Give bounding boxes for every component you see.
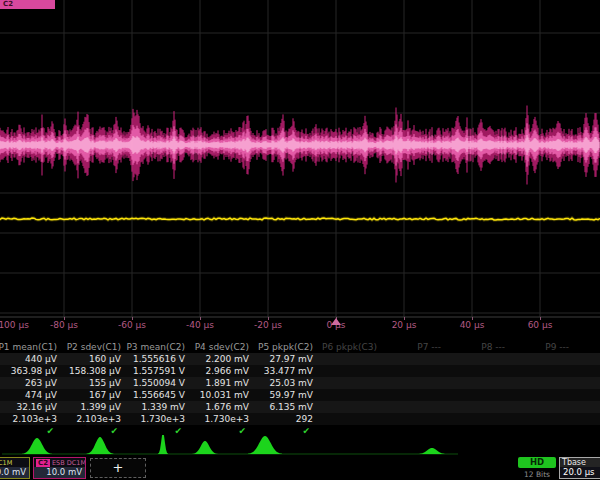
measurement-cell [382, 401, 446, 413]
measurement-cell [446, 353, 510, 365]
measurement-cell: 440 µV [0, 353, 62, 365]
c2-coupling-label: DC1M [67, 459, 86, 467]
measurement-cell [510, 365, 574, 377]
measurement-cell [318, 353, 382, 365]
add-trace-button[interactable]: + [90, 458, 146, 478]
param-header-p7[interactable]: P7 --- [382, 341, 446, 353]
time-axis-tick [472, 317, 473, 320]
param-header-p9[interactable]: P9 --- [510, 341, 574, 353]
measurement-cell [510, 401, 574, 413]
param-header-p10[interactable]: P10 --- [574, 341, 600, 353]
measurement-cell: 158.308 µV [62, 365, 126, 377]
measurement-cell: 1.730e+3 [190, 413, 254, 425]
histicon[interactable] [22, 438, 52, 454]
param-header-p6[interactable]: P6 pkpk(C3) [318, 341, 382, 353]
time-axis-label: -100 µs [0, 320, 29, 330]
measurement-cell: 1.557591 V [126, 365, 190, 377]
c2-eres-label: ESB [52, 459, 65, 467]
param-header-p5[interactable]: P5 pkpk(C2) [254, 341, 318, 353]
timebase-descriptor[interactable]: Tbase 20.0 µs [559, 457, 600, 479]
measurement-cell: 10.031 mV [190, 389, 254, 401]
histicon[interactable] [193, 441, 218, 454]
measurement-cell [382, 413, 446, 425]
time-axis-label: 40 µs [460, 320, 485, 330]
measurement-cell: 167 µV [62, 389, 126, 401]
measurement-cell [574, 401, 600, 413]
measurement-histicons[interactable] [0, 435, 600, 457]
waveform-grid: C2 [0, 0, 600, 318]
measurement-cell [318, 365, 382, 377]
measurement-cell [382, 365, 446, 377]
measurement-cell [574, 377, 600, 389]
measurement-cell: 155 µV [62, 377, 126, 389]
trace-tab-c2[interactable]: C2 [0, 0, 55, 9]
hd-mode-indicator[interactable]: HD 12 Bits [518, 457, 556, 479]
tbase-label: Tbase [560, 458, 600, 467]
measurement-cell: 2.966 mV [190, 365, 254, 377]
measurement-cell: 263 µV [0, 377, 62, 389]
time-axis-tick [132, 317, 133, 320]
param-header-p4[interactable]: P4 sdev(C2) [190, 341, 254, 353]
param-header-p8[interactable]: P8 --- [446, 341, 510, 353]
measurement-cell [574, 389, 600, 401]
tbase-value: 20.0 µs [560, 467, 600, 478]
time-axis-label: -80 µs [50, 320, 78, 330]
c2-badge: C2 [36, 459, 50, 467]
measurement-cell [446, 389, 510, 401]
c1-descriptor-header: C1 DC1M [0, 458, 29, 467]
histicon[interactable] [158, 435, 168, 454]
time-axis-tick [268, 317, 269, 320]
param-header-p3[interactable]: P3 mean(C2) [126, 341, 190, 353]
hd-badge[interactable]: HD [518, 457, 556, 468]
measurement-cell: 292 [254, 413, 318, 425]
time-axis-tick [404, 317, 405, 320]
measurement-cell: 160 µV [62, 353, 126, 365]
param-header-p1[interactable]: P1 mean(C1) [0, 341, 62, 353]
hd-bits-label: 12 Bits [518, 470, 556, 479]
time-axis-label: -60 µs [118, 320, 146, 330]
measurement-cell: 474 µV [0, 389, 62, 401]
measurement-cell: 1.555616 V [126, 353, 190, 365]
measurement-cell [510, 413, 574, 425]
measurement-cell: 32.16 µV [0, 401, 62, 413]
measurement-cell: 1.556645 V [126, 389, 190, 401]
oscilloscope-screen: C2 -100 µs-80 µs-60 µs-40 µs-20 µs0 µs20… [0, 0, 600, 480]
c1-volts-per-div: 10.0 mV [0, 467, 29, 478]
measurement-cell [446, 401, 510, 413]
measurement-cell: 6.135 mV [254, 401, 318, 413]
descriptor-row: C1 DC1M 10.0 mV C2 ESB DC1M 10.0 mV + HD… [0, 457, 600, 480]
channel-descriptor-c2[interactable]: C2 ESB DC1M 10.0 mV [33, 457, 86, 479]
measurement-cell [382, 377, 446, 389]
plus-icon: + [113, 460, 124, 475]
trigger-position-marker[interactable] [331, 318, 341, 325]
measurement-cell: 2.103e+3 [62, 413, 126, 425]
measurement-cell: 2.200 mV [190, 353, 254, 365]
measurement-cell [510, 389, 574, 401]
measurement-cell: 1.399 µV [62, 401, 126, 413]
measurement-cell [382, 389, 446, 401]
measurement-cell [318, 401, 382, 413]
time-axis-tick [64, 317, 65, 320]
time-axis: -100 µs-80 µs-60 µs-40 µs-20 µs0 µs20 µs… [0, 317, 600, 335]
measurement-cell [574, 413, 600, 425]
measurement-cell: 59.97 mV [254, 389, 318, 401]
measurement-cell: 1.891 mV [190, 377, 254, 389]
param-header-p2[interactable]: P2 sdev(C1) [62, 341, 126, 353]
time-axis-tick [200, 317, 201, 320]
histicon[interactable] [87, 437, 114, 454]
measurement-cell: 25.03 mV [254, 377, 318, 389]
measurement-cell: 363.98 µV [0, 365, 62, 377]
histicon[interactable] [418, 448, 446, 454]
time-axis-tick [540, 317, 541, 320]
measurement-cell: 1.676 mV [190, 401, 254, 413]
channel-descriptor-c1[interactable]: C1 DC1M 10.0 mV [0, 457, 30, 479]
measurement-cell: 2.103e+3 [0, 413, 62, 425]
measurement-cell [318, 377, 382, 389]
measurement-cell [574, 365, 600, 377]
histicon[interactable] [248, 436, 282, 454]
measurement-cell [446, 413, 510, 425]
measurement-cell: 33.477 mV [254, 365, 318, 377]
measurement-cell [446, 365, 510, 377]
c2-volts-per-div: 10.0 mV [34, 467, 85, 478]
measurement-cell [446, 377, 510, 389]
